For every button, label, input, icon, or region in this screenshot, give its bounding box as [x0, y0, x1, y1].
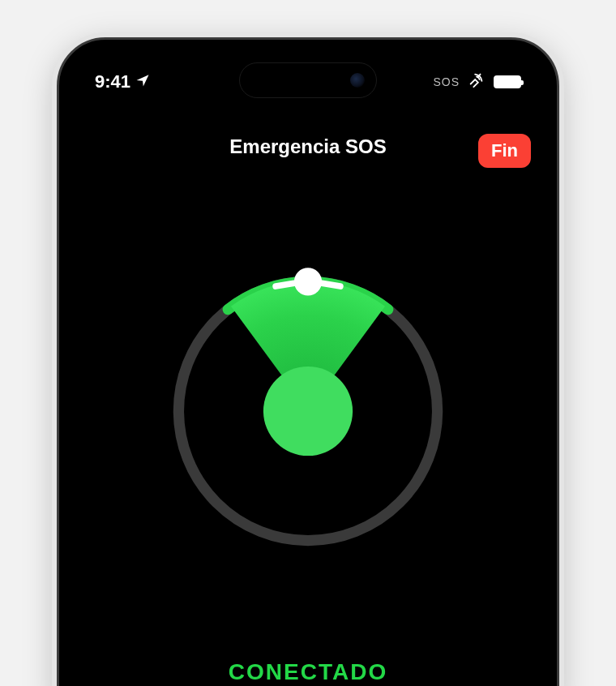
svg-point-4 [294, 268, 322, 295]
dynamic-island [239, 62, 377, 98]
phone-frame: 9:41 SOS Emergencia SOS [57, 37, 559, 686]
svg-line-3 [322, 283, 340, 286]
battery-icon [494, 75, 521, 88]
location-arrow-icon [135, 71, 150, 92]
status-left: 9:41 [95, 71, 150, 92]
status-right: SOS [433, 71, 521, 93]
svg-line-2 [276, 283, 294, 286]
phone-screen: 9:41 SOS Emergencia SOS [66, 46, 550, 686]
header-row: Emergencia SOS Fin [66, 135, 550, 158]
satellite-pointer[interactable] [154, 257, 462, 565]
connection-status: CONECTADO [66, 659, 550, 685]
front-camera-icon [350, 73, 365, 88]
svg-point-1 [263, 367, 353, 456]
end-button[interactable]: Fin [478, 134, 531, 168]
status-sos-label: SOS [433, 75, 460, 88]
status-time: 9:41 [95, 71, 130, 92]
page-title: Emergencia SOS [229, 135, 386, 158]
satellite-icon [468, 71, 486, 93]
